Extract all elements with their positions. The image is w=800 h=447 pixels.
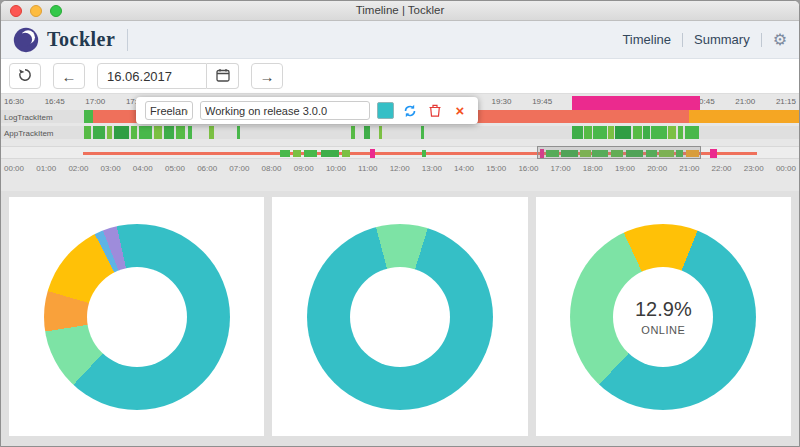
donut-hole: [87, 267, 187, 367]
zoom-window-button[interactable]: [50, 5, 62, 17]
donut-hole: 12.9% ONLINE: [613, 267, 713, 367]
axis-tick-label: 08:00: [262, 164, 282, 173]
timeline-segment[interactable]: [176, 126, 185, 139]
timeline-segment[interactable]: [93, 126, 105, 139]
apptrackitem-row-label: AppTrackItem: [4, 128, 54, 137]
apptrackitem-row: AppTrackItem: [1, 126, 799, 139]
trackitem-edit-popup: ×: [136, 97, 478, 124]
timeline-segment[interactable]: [633, 126, 642, 139]
refresh-button[interactable]: [9, 63, 41, 89]
timeline-segment[interactable]: [685, 126, 699, 139]
timeline-segment[interactable]: [643, 126, 649, 139]
log-item-selected[interactable]: [572, 96, 700, 110]
project-input[interactable]: [145, 101, 193, 120]
timeline-segment[interactable]: [321, 150, 339, 157]
brush-selection[interactable]: [537, 146, 701, 159]
donut-chart-1[interactable]: [44, 224, 230, 410]
timeline-segment[interactable]: [188, 126, 192, 139]
next-day-button[interactable]: →: [251, 63, 283, 89]
axis-tick-label: 16:45: [45, 97, 65, 106]
header-nav: Timeline Summary ⚙: [622, 32, 787, 48]
timeline-segment[interactable]: [364, 126, 370, 139]
axis-tick-label: 03:00: [101, 164, 121, 173]
timeline-segment[interactable]: [651, 126, 666, 139]
log-item-orange[interactable]: [689, 110, 799, 123]
log-item-green[interactable]: [84, 110, 93, 123]
axis-tick-label: 19:00: [615, 164, 635, 173]
axis-tick-label: 06:00: [197, 164, 217, 173]
calendar-icon: [216, 68, 230, 85]
axis-tick-label: 14:00: [454, 164, 474, 173]
timeline-segment[interactable]: [678, 126, 684, 139]
timeline-segment[interactable]: [710, 149, 716, 158]
axis-tick-label: 09:00: [294, 164, 314, 173]
nav-separator: [682, 33, 683, 47]
timeline-segment[interactable]: [131, 126, 137, 139]
timeline-segment[interactable]: [293, 150, 301, 157]
timeline-segment[interactable]: [280, 150, 290, 157]
timeline-segment[interactable]: [154, 126, 162, 139]
timeline-segment[interactable]: [421, 126, 424, 139]
timeline-segment[interactable]: [107, 126, 112, 139]
axis-tick-label: 02:00: [68, 164, 88, 173]
save-button[interactable]: [401, 102, 419, 120]
timeline-segment[interactable]: [615, 126, 631, 139]
axis-tick-label: 10:00: [326, 164, 346, 173]
axis-tick-label: 18:00: [583, 164, 603, 173]
timeline-segment[interactable]: [379, 126, 382, 139]
logtrackitem-row-label: LogTrackItem: [4, 112, 53, 121]
calendar-button[interactable]: [207, 63, 239, 89]
app-window: Timeline | Tockler Tockler Timeline Summ…: [0, 0, 800, 447]
brand-name: Tockler: [47, 28, 115, 51]
close-window-button[interactable]: [10, 5, 22, 17]
nav-timeline[interactable]: Timeline: [622, 32, 671, 47]
axis-tick-label: 13:00: [422, 164, 442, 173]
arrow-right-icon: →: [260, 68, 275, 85]
close-popup-button[interactable]: ×: [451, 102, 469, 120]
refresh-icon: [18, 68, 32, 85]
timeline-segment[interactable]: [84, 126, 91, 139]
app-header: Tockler Timeline Summary ⚙: [1, 21, 799, 59]
axis-tick-label: 01:00: [36, 164, 56, 173]
axis-tick-label: 00:00: [4, 164, 24, 173]
timeline-segment[interactable]: [668, 126, 676, 139]
axis-tick-label: 22:00: [712, 164, 732, 173]
timeline-segment[interactable]: [422, 150, 426, 157]
delete-button[interactable]: [426, 102, 444, 120]
axis-tick-label: 21:00: [735, 97, 755, 106]
timeline-segment[interactable]: [304, 150, 317, 157]
timeline-segment[interactable]: [164, 126, 174, 139]
donut-chart-2[interactable]: [307, 224, 493, 410]
window-title: Timeline | Tockler: [1, 1, 799, 20]
timeline-brush[interactable]: [1, 146, 799, 159]
previous-day-button[interactable]: ←: [53, 63, 85, 89]
timeline-segment[interactable]: [608, 126, 614, 139]
timeline-segment[interactable]: [342, 150, 350, 157]
titlebar: Timeline | Tockler: [1, 1, 799, 21]
timeline-segment[interactable]: [139, 126, 152, 139]
timeline-segment[interactable]: [584, 126, 591, 139]
task-title-input[interactable]: [200, 101, 370, 120]
minimize-window-button[interactable]: [30, 5, 42, 17]
online-percentage: 12.9%: [635, 298, 692, 321]
timeline-segment[interactable]: [351, 126, 355, 139]
timeline-segment[interactable]: [370, 149, 375, 158]
axis-tick-label: 07:00: [229, 164, 249, 173]
axis-tick-label: 16:00: [518, 164, 538, 173]
axis-tick-label: 05:00: [165, 164, 185, 173]
axis-tick-label: 15:00: [486, 164, 506, 173]
timeline-segment[interactable]: [593, 126, 607, 139]
axis-tick-label: 04:00: [133, 164, 153, 173]
traffic-lights: [10, 5, 62, 17]
timeline-segment[interactable]: [237, 126, 239, 139]
color-swatch[interactable]: [377, 102, 394, 119]
axis-tick-label: 17:00: [85, 97, 105, 106]
date-input[interactable]: [97, 63, 207, 89]
axis-tick-label: 21:15: [776, 97, 796, 106]
donut-chart-3[interactable]: 12.9% ONLINE: [570, 224, 756, 410]
nav-summary[interactable]: Summary: [694, 32, 750, 47]
settings-gear-icon[interactable]: ⚙: [773, 32, 787, 48]
timeline-segment[interactable]: [114, 126, 129, 139]
timeline-segment[interactable]: [572, 126, 582, 139]
timeline-segment[interactable]: [209, 126, 214, 139]
